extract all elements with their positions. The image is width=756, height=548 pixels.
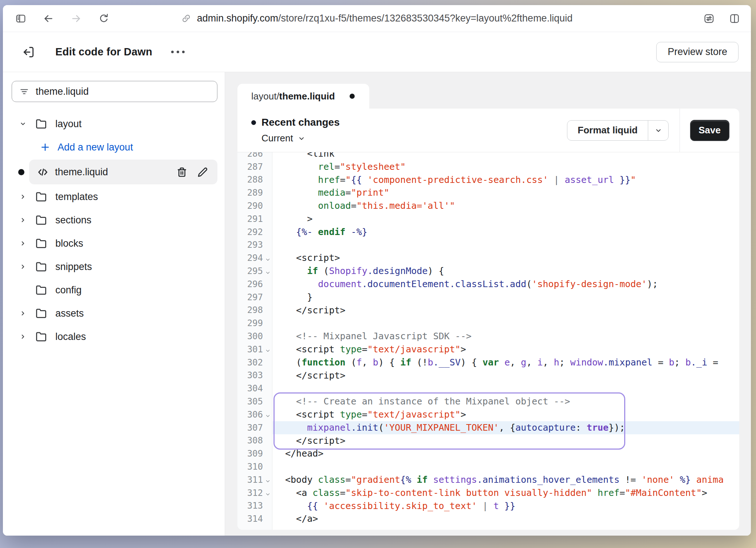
code-line-314[interactable]: 314 </a> — [237, 512, 739, 525]
fold-toggle[interactable] — [263, 267, 273, 275]
code-line-312[interactable]: 312 <a class="skip-to-content-link butto… — [237, 486, 739, 500]
code-line-291[interactable]: 291 > — [237, 212, 739, 226]
selected-file-row[interactable]: theme.liquid — [29, 160, 217, 184]
sidebar-folder-templates[interactable]: templates — [3, 185, 225, 208]
code-text[interactable]: rel="stylesheet" — [273, 160, 739, 173]
code-text[interactable]: document.documentElement.classList.add('… — [273, 278, 739, 291]
code-line-299[interactable]: 299 — [237, 317, 739, 330]
add-new-layout-link[interactable]: Add a new layout — [3, 136, 225, 159]
code-line-297[interactable]: 297 } — [237, 291, 739, 304]
fold-toggle[interactable] — [263, 410, 273, 419]
code-text[interactable]: {%- endif -%} — [273, 226, 739, 239]
sidebar-folder-assets[interactable]: assets — [3, 302, 225, 325]
code-text[interactable]: <!-- Create an instance of the Mixpanel … — [273, 395, 739, 408]
code-line-288[interactable]: 288 href="{{ 'component-predictive-searc… — [237, 173, 739, 187]
search-input[interactable] — [36, 86, 210, 97]
code-text[interactable]: if (Shopify.designMode) { — [273, 265, 739, 278]
code-line-311[interactable]: 311<body class="gradient{% if settings.a… — [237, 473, 739, 486]
more-menu-icon[interactable] — [171, 51, 185, 53]
code-text[interactable]: <script type="text/javascript"> — [273, 408, 739, 421]
code-line-303[interactable]: 303 </script> — [237, 369, 739, 382]
code-line-313[interactable]: 313 {{ 'accessibility.skip_to_text' | t … — [237, 500, 739, 513]
sidebar-folder-snippets[interactable]: snippets — [3, 255, 225, 278]
address-bar[interactable]: admin.shopify.com/store/rzq1xu-f5/themes… — [181, 13, 572, 24]
page-settings-icon[interactable] — [704, 13, 714, 24]
code-line-294[interactable]: 294 <script> — [237, 251, 739, 265]
sidebar-toggle-icon[interactable] — [15, 13, 26, 24]
code-text[interactable]: media="print" — [273, 186, 739, 199]
code-text[interactable]: <!-- Mixpanel Javascript SDK --> — [273, 330, 739, 343]
line-number: 295 — [237, 266, 263, 276]
chevron-right-icon[interactable] — [19, 216, 27, 224]
reload-icon[interactable] — [98, 13, 109, 24]
code-line-310[interactable]: 310 — [237, 460, 739, 473]
code-text[interactable]: > — [273, 212, 739, 226]
code-line-295[interactable]: 295 if (Shopify.designMode) { — [237, 265, 739, 278]
exit-editor-icon[interactable] — [22, 46, 35, 59]
code-line-292[interactable]: 292 {%- endif -%} — [237, 226, 739, 239]
version-selector[interactable]: Current — [261, 133, 567, 144]
code-line-304[interactable]: 304 — [237, 382, 739, 395]
code-line-300[interactable]: 300 <!-- Mixpanel Javascript SDK --> — [237, 330, 739, 343]
code-text[interactable]: } — [273, 291, 739, 304]
chevron-right-icon[interactable] — [19, 333, 27, 341]
code-text[interactable]: <body class="gradient{% if settings.anim… — [273, 473, 739, 486]
fold-toggle[interactable] — [263, 345, 273, 354]
chevron-right-icon[interactable] — [19, 193, 27, 201]
code-text[interactable]: (function (f, b) { if (!b.__SV) { var e,… — [273, 356, 739, 369]
code-line-301[interactable]: 301 <script type="text/javascript"> — [237, 343, 739, 356]
tab-theme-liquid[interactable]: layout/theme.liquid — [237, 84, 369, 109]
sidebar-folder-config[interactable]: config — [3, 278, 225, 302]
code-text[interactable]: </a> — [273, 512, 739, 525]
sidebar-folder-blocks[interactable]: blocks — [3, 232, 225, 255]
code-line-307[interactable]: 307 mixpanel.init('YOUR_MIXPANEL_TOKEN',… — [237, 421, 739, 434]
sidebar-file-theme.liquid[interactable]: theme.liquid — [3, 159, 225, 185]
code-text[interactable]: <script> — [273, 251, 739, 265]
split-view-icon[interactable] — [729, 13, 740, 24]
code-line-287[interactable]: 287 rel="stylesheet" — [237, 160, 739, 173]
file-search[interactable] — [12, 81, 217, 102]
fold-toggle[interactable] — [263, 475, 273, 484]
back-icon[interactable] — [43, 13, 54, 24]
code-line-289[interactable]: 289 media="print" — [237, 186, 739, 199]
code-text[interactable]: href="{{ 'component-predictive-search.cs… — [273, 173, 739, 187]
code-text[interactable]: </script> — [273, 369, 739, 382]
code-line-286[interactable]: 286 <link — [237, 152, 739, 160]
chevron-down-icon[interactable] — [19, 120, 27, 128]
format-liquid-button[interactable]: Format liquid — [567, 121, 648, 140]
code-line-290[interactable]: 290 onload="this.media='all'" — [237, 199, 739, 212]
code-text[interactable]: <a class="skip-to-content-link button vi… — [273, 486, 739, 500]
fold-toggle[interactable] — [263, 254, 273, 262]
edit-icon[interactable] — [197, 167, 208, 177]
code-line-302[interactable]: 302 (function (f, b) { if (!b.__SV) { va… — [237, 356, 739, 369]
code-line-306[interactable]: 306 <script type="text/javascript"> — [237, 408, 739, 421]
code-line-293[interactable]: 293 — [237, 239, 739, 252]
code-line-308[interactable]: 308 </script> — [237, 434, 739, 447]
code-text[interactable]: </script> — [273, 304, 739, 317]
preview-store-button[interactable]: Preview store — [656, 42, 739, 62]
sidebar-folder-sections[interactable]: sections — [3, 208, 225, 232]
code-text[interactable]: </head> — [273, 447, 739, 460]
code-text[interactable]: onload="this.media='all'" — [273, 199, 739, 212]
chevron-right-icon[interactable] — [19, 309, 27, 317]
code-line-305[interactable]: 305 <!-- Create an instance of the Mixpa… — [237, 395, 739, 408]
code-text[interactable]: <script type="text/javascript"> — [273, 343, 739, 356]
code-text[interactable]: <link — [273, 152, 739, 160]
code-line-298[interactable]: 298 </script> — [237, 304, 739, 317]
code-text[interactable]: mixpanel.init('YOUR_MIXPANEL_TOKEN', {au… — [273, 421, 739, 434]
forward-icon[interactable] — [71, 13, 82, 24]
chevron-right-icon[interactable] — [19, 239, 27, 247]
sidebar-folder-locales[interactable]: locales — [3, 325, 225, 348]
code-line-296[interactable]: 296 document.documentElement.classList.a… — [237, 278, 739, 291]
save-button[interactable]: Save — [690, 120, 729, 141]
fold-toggle[interactable] — [263, 489, 273, 497]
code-text[interactable]: {{ 'accessibility.skip_to_text' | t }} — [273, 500, 739, 513]
chevron-right-icon[interactable] — [19, 263, 27, 271]
code-text[interactable]: </script> — [273, 434, 739, 447]
delete-icon[interactable] — [177, 167, 187, 177]
chevron-down-icon — [298, 135, 305, 142]
sidebar-folder-layout[interactable]: layout — [3, 112, 225, 136]
code-line-309[interactable]: 309</head> — [237, 447, 739, 460]
code-editor[interactable]: 286 <link287 rel="stylesheet"288 href="{… — [237, 152, 739, 530]
format-liquid-dropdown[interactable] — [648, 121, 668, 140]
